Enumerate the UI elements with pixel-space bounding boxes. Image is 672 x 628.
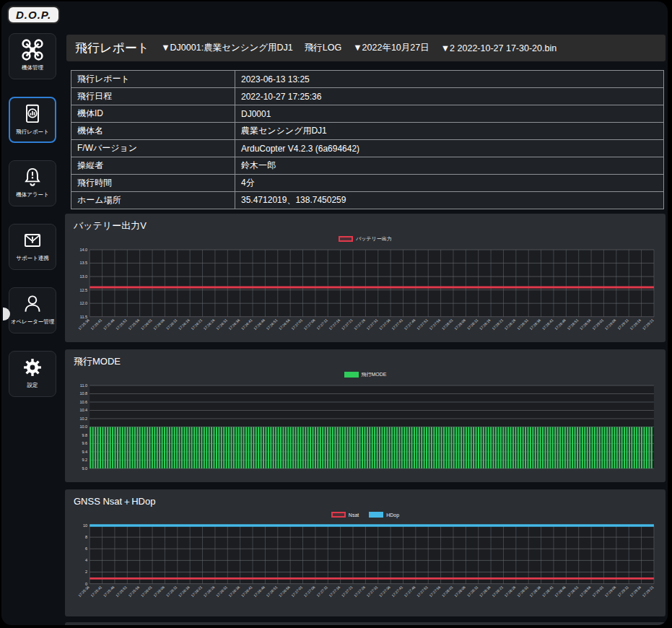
sidebar-item-settings[interactable]: 設定 <box>9 351 56 397</box>
sidebar-item-operator-management[interactable]: オペレーター管理 <box>9 287 56 333</box>
legend-item[interactable]: HDop <box>369 512 399 518</box>
svg-text:17:26:31: 17:26:31 <box>215 318 228 331</box>
chart-legend: 飛行MODE <box>65 370 666 380</box>
svg-text:17:25:36: 17:25:36 <box>77 585 90 598</box>
svg-text:17:28:36: 17:28:36 <box>528 318 541 331</box>
svg-text:17:28:26: 17:28:26 <box>503 585 516 598</box>
table-row: 飛行日程2022-10-27 17:25:36 <box>71 88 664 105</box>
row-value: 鈴木一郎 <box>235 157 664 175</box>
svg-text:2: 2 <box>85 570 87 574</box>
table-row: 操縦者鈴木一郎 <box>71 157 664 175</box>
legend-label: バッテリー出力 <box>356 235 392 243</box>
svg-text:17:26:41: 17:26:41 <box>240 318 253 331</box>
log-date-dropdown[interactable]: ▼2022年10月27日 <box>353 42 429 54</box>
svg-text:9.4: 9.4 <box>82 450 88 454</box>
svg-text:17:26:06: 17:26:06 <box>152 318 165 331</box>
legend-item[interactable]: バッテリー出力 <box>339 235 392 243</box>
flight-log-label: 飛行LOG <box>305 42 341 54</box>
legend-label: 飛行MODE <box>362 371 387 378</box>
panel-title: GNSS Nsat＋HDop <box>74 495 666 508</box>
svg-text:17:26:26: 17:26:26 <box>203 585 216 598</box>
row-label: 操縦者 <box>71 157 235 175</box>
svg-text:17:28:21: 17:28:21 <box>491 318 504 331</box>
svg-text:17:26:56: 17:26:56 <box>278 318 291 331</box>
svg-text:17:26:06: 17:26:06 <box>152 585 165 598</box>
svg-text:17:29:11: 17:29:11 <box>616 318 629 331</box>
log-file-dropdown[interactable]: ▼2 2022-10-27 17-30-20.bin <box>441 43 557 53</box>
report-icon <box>20 98 45 130</box>
sidebar-item-support-link[interactable]: サポート連携 <box>9 224 56 270</box>
svg-text:17:26:11: 17:26:11 <box>165 585 178 598</box>
svg-text:17:29:11: 17:29:11 <box>616 585 629 598</box>
sidebar-item-label: サポート連携 <box>16 255 49 262</box>
svg-text:17:29:21: 17:29:21 <box>642 585 655 598</box>
svg-text:17:26:21: 17:26:21 <box>190 318 203 331</box>
report-header-bar: 飛行レポート ▼DJ0001:農業センシング用DJ1 飛行LOG ▼2022年1… <box>66 35 666 61</box>
svg-text:17:27:51: 17:27:51 <box>416 318 429 331</box>
svg-text:10: 10 <box>83 523 87 528</box>
svg-text:12.5: 12.5 <box>79 288 87 292</box>
svg-text:17:26:01: 17:26:01 <box>140 318 153 331</box>
svg-text:17:27:46: 17:27:46 <box>403 318 416 331</box>
drone-icon <box>20 34 45 66</box>
svg-text:6: 6 <box>85 546 87 551</box>
chart-legend: バッテリー出力 <box>65 234 666 244</box>
svg-text:17:26:36: 17:26:36 <box>227 318 240 331</box>
panel-title: バッテリー出力V <box>74 219 666 232</box>
drone-select-dropdown[interactable]: ▼DJ0001:農業センシング用DJ1 <box>161 42 293 54</box>
svg-text:13.0: 13.0 <box>79 274 87 279</box>
battery-voltage-chart: 11.512.012.513.013.514.017:25:3617:25:41… <box>71 245 660 342</box>
svg-text:10.4: 10.4 <box>79 408 87 412</box>
legend-item[interactable]: Nsat <box>331 512 359 518</box>
sidebar-item-label: オペレーター管理 <box>11 318 55 326</box>
flight-mode-panel: 飛行MODE 飛行MODE 9.09.29.49.69.810.010.210.… <box>65 349 666 482</box>
svg-text:17:27:16: 17:27:16 <box>328 318 341 331</box>
legend-swatch <box>369 512 383 518</box>
table-row: 機体名農業センシング用DJ1 <box>71 123 664 140</box>
svg-text:9.6: 9.6 <box>82 441 88 445</box>
sidebar-item-label: 設定 <box>27 382 38 389</box>
sidebar-item-flight-report[interactable]: 飛行レポート <box>9 97 56 143</box>
alert-bell-icon <box>20 161 45 193</box>
legend-swatch <box>331 512 346 518</box>
row-value: 2023-06-13 13:25 <box>235 71 664 88</box>
gnss-panel: GNSS Nsat＋HDop NsatHDop 024681017:25:361… <box>65 489 666 616</box>
sidebar-item-aircraft-alert[interactable]: 機体アラート <box>9 160 56 206</box>
svg-text:17:26:51: 17:26:51 <box>265 585 278 598</box>
sidebar-item-aircraft-management[interactable]: 機体管理 <box>9 33 56 79</box>
flight-info-table: 飛行レポート2023-06-13 13:25飛行日程2022-10-27 17:… <box>71 70 664 209</box>
row-value: 2022-10-27 17:25:36 <box>235 88 664 105</box>
svg-text:17:27:11: 17:27:11 <box>315 585 328 598</box>
row-label: 飛行時間 <box>71 175 235 192</box>
operator-icon <box>20 288 45 320</box>
legend-swatch <box>339 236 353 242</box>
sidebar: 機体管理 飛行レポート <box>9 33 56 397</box>
legend-item[interactable]: 飛行MODE <box>344 371 387 378</box>
svg-text:10.8: 10.8 <box>79 391 87 396</box>
svg-text:14.0: 14.0 <box>79 248 87 252</box>
svg-text:17:27:11: 17:27:11 <box>315 318 328 331</box>
svg-text:17:28:01: 17:28:01 <box>441 318 454 331</box>
panel-title: 飛行MODE <box>74 355 666 368</box>
svg-text:17:29:06: 17:29:06 <box>603 318 616 331</box>
svg-text:17:25:51: 17:25:51 <box>115 318 128 331</box>
svg-text:17:27:01: 17:27:01 <box>290 585 303 598</box>
row-label: 機体ID <box>71 105 235 123</box>
svg-text:17:27:31: 17:27:31 <box>365 585 378 598</box>
row-value: DJ0001 <box>235 105 664 123</box>
svg-text:17:29:06: 17:29:06 <box>603 585 616 598</box>
svg-text:17:26:01: 17:26:01 <box>140 585 153 598</box>
svg-text:17:28:16: 17:28:16 <box>479 585 492 598</box>
svg-text:17:28:31: 17:28:31 <box>516 585 529 598</box>
chart-legend: NsatHDop <box>65 510 666 520</box>
legend-swatch <box>344 372 359 378</box>
svg-text:17:28:51: 17:28:51 <box>566 585 579 598</box>
svg-text:17:26:16: 17:26:16 <box>178 585 191 598</box>
svg-text:17:27:06: 17:27:06 <box>303 585 316 598</box>
svg-text:17:27:51: 17:27:51 <box>416 585 429 598</box>
svg-text:17:27:46: 17:27:46 <box>403 585 416 598</box>
svg-text:17:26:56: 17:26:56 <box>278 585 291 598</box>
page-title: 飛行レポート <box>75 40 149 56</box>
svg-text:17:27:36: 17:27:36 <box>378 318 391 331</box>
svg-text:17:27:41: 17:27:41 <box>390 585 403 598</box>
